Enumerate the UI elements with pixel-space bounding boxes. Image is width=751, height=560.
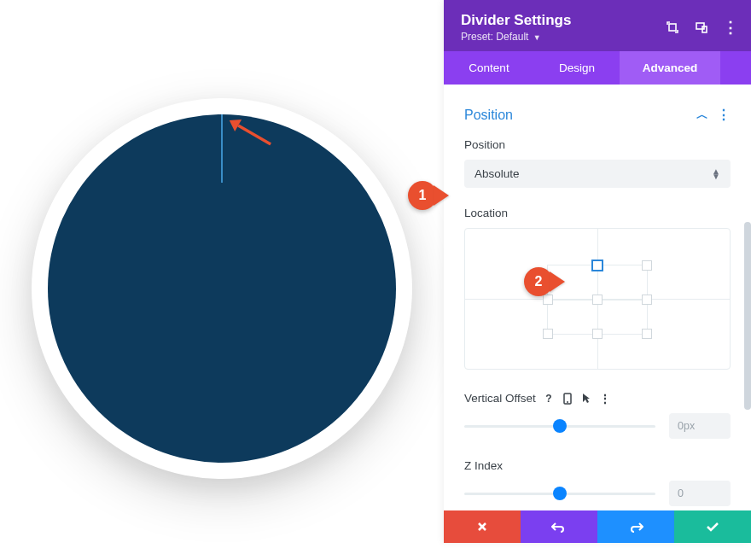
- anchor-mid-right[interactable]: [642, 295, 652, 305]
- menu-dots-icon[interactable]: ⋮: [599, 393, 611, 405]
- vertical-offset-slider[interactable]: [464, 425, 655, 428]
- panel-header: Divider Settings Preset: Default ▼ ⋮: [444, 0, 751, 51]
- save-button[interactable]: [674, 510, 751, 543]
- slider-thumb[interactable]: [553, 419, 567, 433]
- z-index-slider-row: 0: [464, 481, 731, 506]
- anchor-mid-center[interactable]: [592, 295, 603, 305]
- panel-body[interactable]: Position ︿ ⋮ Position Absolute ▲▼ Locati…: [444, 85, 751, 510]
- anchor-top-center[interactable]: [591, 260, 603, 271]
- hover-icon[interactable]: [580, 393, 592, 405]
- callout-1: 1: [408, 181, 449, 210]
- menu-dots-icon[interactable]: ⋮: [724, 20, 737, 34]
- position-label: Position: [464, 138, 731, 151]
- z-index-label: Z Index: [464, 459, 731, 472]
- tab-advanced[interactable]: Advanced: [620, 51, 720, 85]
- vertical-offset-row: Vertical Offset ? ⋮: [464, 392, 731, 405]
- callout-2: 2: [524, 267, 565, 296]
- svg-rect-2: [669, 24, 676, 31]
- tab-design[interactable]: Design: [534, 51, 620, 85]
- settings-panel: Divider Settings Preset: Default ▼ ⋮ Con…: [444, 0, 751, 543]
- z-index-slider[interactable]: [464, 493, 655, 495]
- header-icons: ⋮: [666, 20, 737, 34]
- vertical-offset-value[interactable]: 0px: [669, 413, 731, 439]
- responsive-icon[interactable]: [695, 20, 708, 34]
- section-icons: ︿ ⋮: [696, 107, 731, 123]
- callout-bubble-2: 2: [524, 267, 553, 296]
- anchor-top-right[interactable]: [642, 260, 652, 271]
- anchor-bottom-right[interactable]: [642, 329, 652, 339]
- redo-button[interactable]: [597, 510, 674, 543]
- tabs: Content Design Advanced: [444, 51, 751, 85]
- vertical-offset-label: Vertical Offset: [464, 392, 536, 405]
- circle-outer: [32, 98, 412, 479]
- preset-label: Preset:: [461, 31, 493, 43]
- canvas-preview: [0, 0, 444, 560]
- position-value: Absolute: [474, 167, 520, 180]
- undo-button[interactable]: [521, 510, 597, 543]
- anchor-bottom-center[interactable]: [592, 329, 603, 339]
- location-label: Location: [464, 207, 731, 219]
- position-select[interactable]: Absolute ▲▼: [464, 160, 731, 188]
- select-arrows-icon: ▲▼: [712, 169, 720, 179]
- circle-inner: [48, 114, 396, 463]
- mobile-icon[interactable]: [562, 393, 573, 405]
- vertical-offset-slider-row: 0px: [464, 413, 731, 439]
- close-button[interactable]: [444, 510, 521, 543]
- divider-line: [221, 114, 223, 183]
- menu-dots-icon[interactable]: ⋮: [717, 107, 731, 123]
- chevron-up-icon[interactable]: ︿: [696, 108, 708, 123]
- callout-point: [434, 185, 449, 206]
- panel-footer: [444, 510, 751, 543]
- z-index-value[interactable]: 0: [669, 481, 731, 506]
- help-icon[interactable]: ?: [543, 393, 555, 405]
- callout-bubble-1: 1: [408, 181, 437, 210]
- chevron-down-icon: ▼: [533, 33, 541, 42]
- section-head[interactable]: Position ︿ ⋮: [464, 107, 731, 123]
- slider-thumb[interactable]: [553, 487, 567, 500]
- tab-content[interactable]: Content: [444, 51, 534, 85]
- anchor-bottom-left[interactable]: [543, 329, 553, 339]
- location-grid: [464, 228, 731, 370]
- preset-value: Default: [496, 31, 528, 43]
- callout-point: [550, 271, 565, 292]
- scrollbar[interactable]: [744, 222, 751, 410]
- section-title: Position: [464, 108, 513, 123]
- expand-icon[interactable]: [666, 20, 679, 34]
